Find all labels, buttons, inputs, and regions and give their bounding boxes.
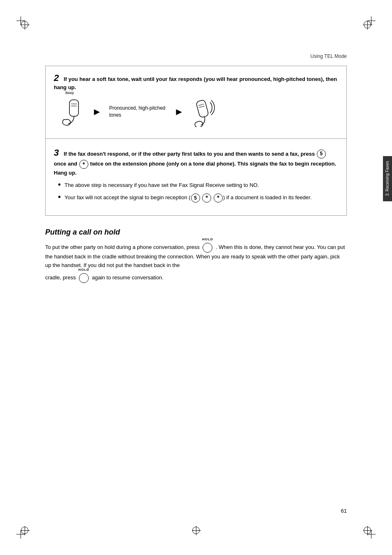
- step3-number: 3: [54, 147, 59, 158]
- bullet-text-1: The above step is necessary if you have …: [65, 181, 259, 189]
- bullet-dot-2: •: [58, 193, 65, 201]
- step2-box: 2 If you hear a soft fax tone, wait unti…: [45, 66, 347, 138]
- page-header: Using TEL Mode: [310, 53, 347, 59]
- bullet-item-1: • The above step is necessary if you hav…: [58, 181, 338, 189]
- phone-left-icon: [62, 96, 85, 127]
- hold-para2: cradle, press HOLD again to resume conve…: [45, 273, 347, 283]
- crosshair-bl: [21, 527, 28, 534]
- hold-label-1: HOLD: [202, 237, 213, 242]
- step3-box: 3 If the fax doesn't respond, or if the …: [45, 138, 347, 216]
- bullet-text-2: Your fax will not accept the signal to b…: [65, 193, 311, 203]
- key5-inline: 5: [191, 193, 200, 203]
- hold-circle-2: [79, 273, 89, 283]
- beep-label: Beep: [65, 91, 74, 95]
- svg-line-4: [198, 104, 204, 106]
- step2-text: If you hear a soft fax tone, wait until …: [54, 76, 337, 90]
- crosshair-tr: [364, 21, 371, 28]
- bullet-dot-1: •: [58, 180, 65, 189]
- step2-header: 2 If you hear a soft fax tone, wait unti…: [54, 73, 338, 92]
- hold-para1: To put the other party on hold during a …: [45, 243, 347, 270]
- page-number: 61: [341, 508, 347, 514]
- header-title: Using TEL Mode: [310, 53, 347, 59]
- key5-button: 5: [317, 150, 326, 159]
- sidebar-label: 3. Receiving Faxes: [385, 161, 390, 196]
- hold-button-1: HOLD: [203, 243, 212, 253]
- step3-text-before: If the fax doesn't respond, or if the ot…: [64, 151, 316, 157]
- svg-rect-0: [69, 100, 78, 116]
- key-star-button: *: [79, 160, 88, 169]
- step2-diagram: Beep ► Pronounced, high-pitched tones: [54, 92, 338, 132]
- svg-rect-3: [196, 99, 209, 117]
- arrow-to-tones: ►: [92, 106, 102, 117]
- step3-text-after: twice on the extension phone (only on a …: [54, 161, 336, 176]
- step3-text-middle: once and: [54, 161, 79, 167]
- hold-button-2: HOLD: [79, 273, 89, 283]
- bullet-list: • The above step is necessary if you hav…: [54, 177, 338, 209]
- arrow-to-phone2: ►: [174, 106, 184, 117]
- hold-section-title: Putting a call on hold: [45, 228, 347, 237]
- tone-label: Pronounced, high-pitched tones: [109, 105, 167, 119]
- sidebar-tab: 3. Receiving Faxes: [383, 156, 392, 201]
- hold-circle-1: [203, 243, 212, 253]
- crosshair-br: [364, 527, 371, 534]
- crosshair-tl: [21, 21, 28, 28]
- main-content: 2 If you hear a soft fax tone, wait unti…: [45, 66, 347, 283]
- step2-number: 2: [54, 73, 59, 83]
- phone-left: Beep: [62, 96, 85, 128]
- step3-header: 3 If the fax doesn't respond, or if the …: [54, 145, 338, 177]
- phone-right-icon: [191, 96, 216, 127]
- key-star-inline2: *: [214, 193, 223, 203]
- svg-line-5: [199, 106, 205, 108]
- key-star-inline1: *: [202, 193, 211, 203]
- crosshair-bc: [192, 527, 200, 534]
- bullet-item-2: • Your fax will not accept the signal to…: [58, 193, 338, 203]
- hold-section: Putting a call on hold To put the other …: [45, 228, 347, 283]
- hold-label-2: HOLD: [78, 267, 90, 273]
